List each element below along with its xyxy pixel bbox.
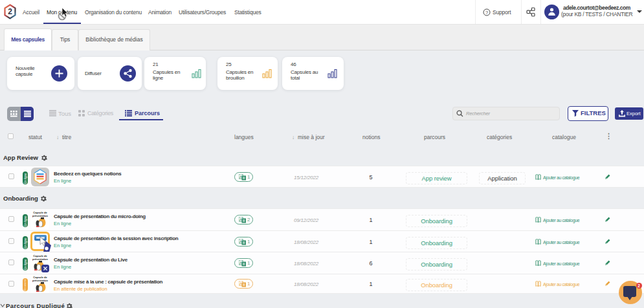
svg-text:?: ? [485,10,488,16]
svg-text:2: 2 [8,7,12,16]
